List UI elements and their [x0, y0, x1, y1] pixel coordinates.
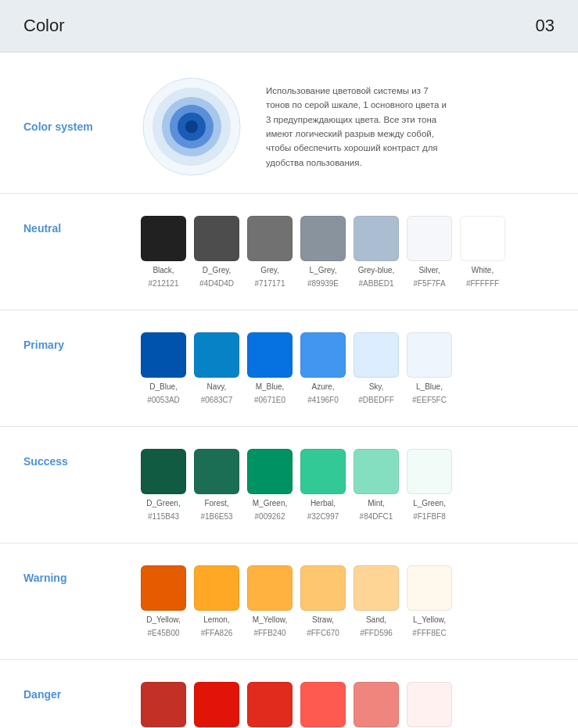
color-system-label: Color system [23, 120, 117, 133]
swatch-item: L_Yellow,#FFF8EC [407, 565, 452, 637]
swatch-item: M_Blue,#0671E0 [247, 332, 293, 404]
swatches-neutral: Black,#212121D_Grey,#4D4D4DGrey,#717171L… [141, 216, 505, 288]
swatch-box [194, 449, 239, 494]
swatch-box [354, 682, 399, 727]
swatch-box [300, 449, 346, 494]
swatch-box [247, 449, 293, 494]
swatch-box [300, 565, 346, 611]
swatch-box [407, 332, 452, 378]
swatch-name: Straw, [312, 615, 334, 624]
swatch-hex: #32C997 [307, 512, 339, 521]
palette-section-neutral: NeutralBlack,#212121D_Grey,#4D4D4DGrey,#… [0, 194, 578, 310]
swatch-item: Straw,#FFC670 [300, 565, 346, 637]
swatch-box [354, 565, 399, 611]
palette-section-primary: PrimaryD_Blue,#0053ADNavy,#0683C7M_Blue,… [0, 310, 578, 427]
swatch-item: D_Blue,#0053AD [141, 332, 186, 404]
swatch-name: Azure, [312, 382, 335, 391]
swatch-box [194, 682, 239, 727]
swatches-warning: D_Yellow,#E45B00Lemon,#FFA826M_Yellow,#F… [141, 565, 452, 637]
swatch-item: Azure,#4196F0 [300, 332, 346, 404]
swatch-box [247, 682, 293, 727]
swatch-box [141, 216, 186, 261]
swatch-hex: #E45B00 [147, 629, 179, 637]
swatch-item: L_Green,#F1FBF8 [407, 449, 452, 521]
swatch-box [247, 565, 293, 611]
swatch-name: Sand, [366, 615, 386, 624]
swatch-name: L_Blue, [416, 382, 443, 391]
swatch-name: L_Yellow, [413, 615, 446, 624]
swatches-primary: D_Blue,#0053ADNavy,#0683C7M_Blue,#0671E0… [141, 332, 452, 404]
swatch-hex: #115B43 [148, 512, 179, 521]
swatch-box [460, 216, 505, 261]
page-header: Color 03 [0, 0, 578, 52]
swatch-item: Mint,#84DFC1 [354, 449, 399, 521]
palette-label: Danger [23, 682, 117, 701]
swatch-hex: #F5F7FA [413, 279, 445, 288]
swatch-item: Grey,#717171 [247, 216, 293, 288]
swatch-box [300, 216, 346, 261]
swatch-name: Grey-blue, [358, 266, 395, 274]
swatch-item: Silver,#F5F7FA [407, 216, 452, 288]
swatch-name: D_Yellow, [146, 615, 181, 624]
swatch-box [194, 216, 239, 261]
swatch-name: M_Blue, [256, 382, 285, 391]
swatch-hex: #4196F0 [307, 396, 338, 404]
swatch-item: D_Yellow,#E45B00 [141, 565, 186, 637]
swatch-box [354, 449, 399, 494]
palette-label: Warning [23, 565, 117, 584]
swatch-item: M_Yellow,#FFB240 [247, 565, 293, 637]
swatch-hex: #1B6E53 [200, 512, 232, 521]
swatch-item: L_Blue,#EEF5FC [407, 332, 452, 404]
swatch-name: D_Grey, [203, 266, 232, 274]
swatch-hex: #4D4D4D [199, 279, 234, 288]
palette-section-danger: DangerD_Red,#C33025Scarlet,#E01507M_Red,… [0, 660, 578, 728]
swatch-hex: #FFD596 [360, 629, 393, 637]
swatch-item: D_Red,#C33025 [141, 682, 186, 728]
swatch-item: Lemon,#FFA826 [194, 565, 239, 637]
swatch-box [141, 449, 186, 494]
swatch-hex: #DBEDFF [358, 396, 394, 404]
swatch-box [141, 682, 186, 727]
swatch-item: L_Grey,#89939E [300, 216, 346, 288]
swatch-box [300, 332, 346, 378]
swatch-item: Navy,#0683C7 [194, 332, 239, 404]
swatch-hex: #009262 [255, 512, 285, 521]
swatch-box [247, 332, 293, 378]
swatch-hex: #0053AD [147, 396, 180, 404]
swatch-item: Scarlet,#E01507 [194, 682, 239, 728]
swatch-item: Sand,#FFD596 [354, 565, 399, 637]
swatch-name: Forest, [204, 499, 228, 507]
swatch-hex: #ABBED1 [358, 279, 393, 288]
swatch-hex: #89939E [307, 279, 339, 288]
content: Color system Использование цветовой сист… [0, 52, 578, 728]
swatches-success: D_Green,#115B43Forest,#1B6E53M_Green,#00… [141, 449, 452, 521]
swatch-box [194, 332, 239, 378]
swatch-box [247, 216, 293, 261]
palette-section-warning: WarningD_Yellow,#E45B00Lemon,#FFA826M_Ye… [0, 543, 578, 660]
swatch-name: Mint, [368, 499, 385, 507]
swatch-box [141, 332, 186, 378]
swatch-name: Herbal, [311, 499, 336, 507]
swatch-item: M_Red,#E02B1D [247, 682, 293, 728]
swatch-box [300, 682, 346, 727]
swatch-hex: #0683C7 [201, 396, 233, 404]
swatch-box [141, 565, 186, 611]
swatch-name: Navy, [207, 382, 227, 391]
swatch-hex: #84DFC1 [360, 512, 393, 521]
swatch-name: White, [472, 266, 494, 274]
swatch-name: M_Green, [253, 499, 287, 507]
palette-label: Neutral [23, 216, 117, 235]
swatch-item: L_Red,#FFF1F0 [407, 682, 452, 728]
swatch-name: Grey, [260, 266, 279, 274]
swatch-item: Raspberry,#FF5A4F [300, 682, 346, 728]
swatch-hex: #FFB240 [253, 629, 285, 637]
swatch-item: Black,#212121 [141, 216, 186, 288]
swatch-name: M_Yellow, [253, 615, 288, 624]
swatch-hex: #FFC670 [307, 629, 339, 637]
swatch-name: L_Grey, [310, 266, 337, 274]
palette-label: Success [23, 449, 117, 468]
swatch-item: Sky,#DBEDFF [354, 332, 399, 404]
swatch-item: Forest,#1B6E53 [194, 449, 239, 521]
swatch-item: D_Grey,#4D4D4D [194, 216, 239, 288]
palettes-container: NeutralBlack,#212121D_Grey,#4D4D4DGrey,#… [0, 194, 578, 728]
